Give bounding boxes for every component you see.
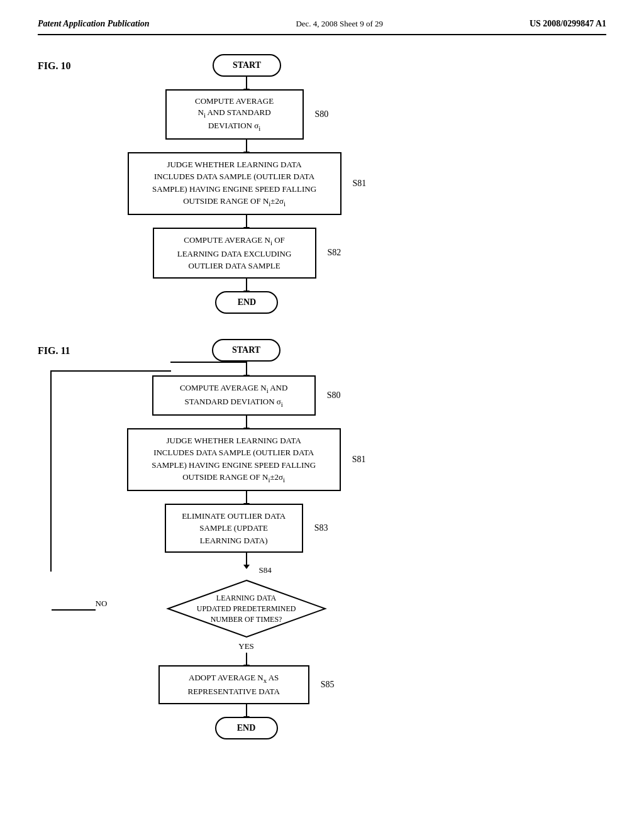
fig11-s84-diamond: LEARNING DATA UPDATED PREDETERMINED NUMB… — [165, 577, 328, 640]
fig10-diagram: FIG. 10 START COMPUTE AVERAGENi AND STAN… — [38, 54, 606, 314]
fig11-s85-box: ADOPT AVERAGE Nx AS REPRESENTATIVE DATA — [158, 665, 309, 704]
header-center: Dec. 4, 2008 Sheet 9 of 29 — [296, 19, 383, 29]
fig10-flowchart: START COMPUTE AVERAGENi AND STANDARDDEVI… — [89, 54, 404, 314]
arrow2 — [246, 140, 247, 152]
fig11-arrow5 — [246, 704, 247, 717]
fig10-s82-box: COMPUTE AVERAGE Ni OF LEARNING DATA EXCL… — [153, 228, 316, 279]
fig11-label: FIG. 11 — [38, 345, 70, 357]
fig10-s80-label: S80 — [315, 109, 329, 119]
fig11-diagram: FIG. 11 START COMPUTE AVE — [38, 339, 606, 739]
no-text: NO — [96, 599, 108, 608]
fig11-s84-container: S84 LEARNING DATA UPDATED PREDETERMINED … — [89, 565, 404, 640]
diagrams-container: FIG. 10 START COMPUTE AVERAGENi AND STAN… — [38, 54, 606, 739]
fig10-s82-row: COMPUTE AVERAGE Ni OF LEARNING DATA EXCL… — [89, 228, 404, 279]
fig11-s83-row: ELIMINATE OUTLIER DATA SAMPLE (UPDATE LE… — [89, 504, 404, 553]
fig11-s80-label: S80 — [327, 390, 341, 401]
fig10-label: FIG. 10 — [38, 60, 70, 72]
fig10-s82-label: S82 — [328, 248, 341, 258]
fig11-s80-row: COMPUTE AVERAGE Ni AND STANDARD DEVIATIO… — [89, 375, 404, 416]
fig11-start: START — [212, 339, 280, 362]
fig11-s80-box: COMPUTE AVERAGE Ni AND STANDARD DEVIATIO… — [152, 375, 316, 416]
fig11-s81-label: S81 — [352, 455, 366, 465]
header-left: Patent Application Publication — [38, 19, 150, 29]
header-right: US 2008/0299847 A1 — [530, 19, 606, 29]
arrow4 — [246, 279, 247, 291]
yes-label: YES — [238, 641, 254, 651]
fig10-s81-box: JUDGE WHETHER LEARNING DATA INCLUDES DAT… — [128, 152, 341, 215]
no-line-h — [52, 609, 96, 611]
fig11-s83-box: ELIMINATE OUTLIER DATA SAMPLE (UPDATE LE… — [165, 504, 303, 553]
arrow-fb-in — [246, 362, 247, 375]
fig11-start-row: START — [89, 339, 404, 362]
fig11-arrow3 — [246, 553, 247, 565]
fig11-s81-row: JUDGE WHETHER LEARNING DATA INCLUDES DAT… — [89, 428, 404, 491]
fig11-arrow4 — [246, 653, 247, 665]
fig11-end: END — [215, 717, 278, 739]
arrow3 — [246, 215, 247, 228]
fig11-s84-label-top: S84 — [258, 565, 271, 575]
fig10-s81-label: S81 — [353, 179, 367, 189]
fig10-s81-row: JUDGE WHETHER LEARNING DATA INCLUDES DAT… — [89, 152, 404, 215]
page-header: Patent Application Publication Dec. 4, 2… — [38, 19, 606, 35]
fig10-s80-row: COMPUTE AVERAGENi AND STANDARDDEVIATION … — [89, 89, 404, 140]
fig11-s84-text: LEARNING DATA UPDATED PREDETERMINED NUMB… — [178, 593, 315, 624]
fig10-start-row: START — [89, 54, 404, 77]
fig11-flowchart: START COMPUTE AVERAGE Ni AND STANDARD DE… — [89, 339, 404, 739]
fig11-s85-row: ADOPT AVERAGE Nx AS REPRESENTATIVE DATA … — [89, 665, 404, 704]
arrow1 — [246, 77, 247, 89]
fig10-end: END — [215, 291, 278, 314]
page: Patent Application Publication Dec. 4, 2… — [0, 0, 644, 830]
fig11-arrow2 — [246, 491, 247, 504]
fig11-s85-label: S85 — [321, 680, 335, 690]
fig11-s81-box: JUDGE WHETHER LEARNING DATA INCLUDES DAT… — [127, 428, 341, 491]
fig11-arrow1 — [246, 416, 247, 428]
fig10-end-row: END — [89, 291, 404, 314]
fig11-end-row: END — [89, 717, 404, 739]
no-line-v — [50, 370, 52, 572]
yes-section: YES — [238, 640, 254, 665]
fig11-s83-label: S83 — [314, 523, 328, 533]
no-line-top — [50, 370, 171, 372]
fig10-s80-box: COMPUTE AVERAGENi AND STANDARDDEVIATION … — [165, 89, 304, 140]
fig10-start: START — [213, 54, 281, 77]
no-label: NO — [96, 597, 108, 609]
